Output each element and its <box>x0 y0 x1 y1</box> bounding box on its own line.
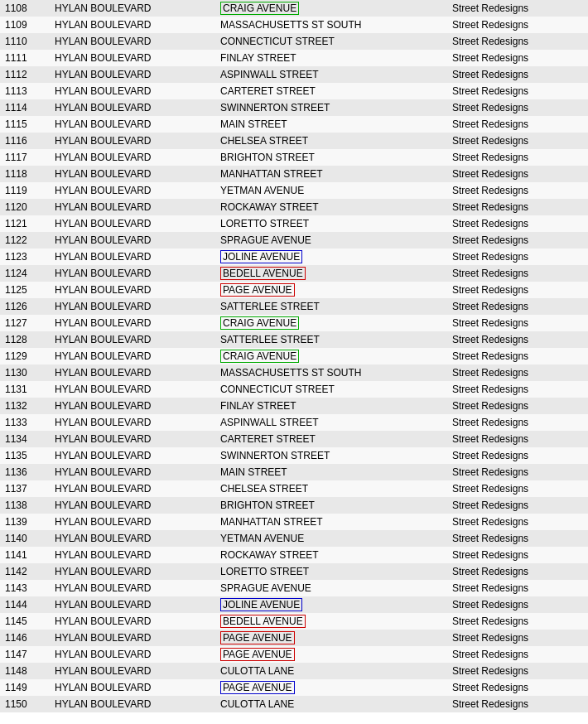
category: Street Redesigns <box>447 166 588 182</box>
cross-street: BEDELL AVENUE <box>215 613 447 630</box>
row-id: 1146 <box>0 630 50 646</box>
category: Street Redesigns <box>447 348 588 364</box>
row-id: 1118 <box>0 166 50 182</box>
cross-street: MANHATTAN STREET <box>215 166 447 182</box>
table-row: 1149HYLAN BOULEVARDPAGE AVENUEStreet Red… <box>0 679 588 696</box>
row-id: 1134 <box>0 431 50 447</box>
row-id: 1120 <box>0 199 50 215</box>
table-row: 1146HYLAN BOULEVARDPAGE AVENUEStreet Red… <box>0 630 588 646</box>
category: Street Redesigns <box>447 33 588 50</box>
cross-street: CHELSEA STREET <box>215 133 447 149</box>
street-name: HYLAN BOULEVARD <box>50 398 215 414</box>
cross-street: SPRAGUE AVENUE <box>215 232 447 249</box>
row-id: 1142 <box>0 563 50 580</box>
category: Street Redesigns <box>447 133 588 149</box>
street-name: HYLAN BOULEVARD <box>50 0 215 17</box>
street-name: HYLAN BOULEVARD <box>50 133 215 149</box>
cross-street: MASSACHUSETTS ST SOUTH <box>215 17 447 33</box>
row-id: 1148 <box>0 663 50 679</box>
table-row: 1128HYLAN BOULEVARDSATTERLEE STREETStree… <box>0 331 588 348</box>
table-row: 1130HYLAN BOULEVARDMASSACHUSETTS ST SOUT… <box>0 364 588 381</box>
row-id: 1124 <box>0 265 50 282</box>
table-row: 1131HYLAN BOULEVARDCONNECTICUT STREETStr… <box>0 381 588 398</box>
table-row: 1134HYLAN BOULEVARDCARTERET STREETStreet… <box>0 431 588 447</box>
category: Street Redesigns <box>447 298 588 315</box>
row-id: 1131 <box>0 381 50 398</box>
cross-street: YETMAN AVENUE <box>215 182 447 199</box>
cross-street: ROCKAWAY STREET <box>215 547 447 563</box>
row-id: 1129 <box>0 348 50 364</box>
street-name: HYLAN BOULEVARD <box>50 149 215 166</box>
row-id: 1110 <box>0 33 50 50</box>
street-name: HYLAN BOULEVARD <box>50 381 215 398</box>
table-row: 1141HYLAN BOULEVARDROCKAWAY STREETStreet… <box>0 547 588 563</box>
row-id: 1111 <box>0 50 50 66</box>
street-name: HYLAN BOULEVARD <box>50 497 215 514</box>
cross-street: SATTERLEE STREET <box>215 298 447 315</box>
table-row: 1125HYLAN BOULEVARDPAGE AVENUEStreet Red… <box>0 282 588 298</box>
row-id: 1138 <box>0 497 50 514</box>
row-id: 1133 <box>0 414 50 431</box>
table-row: 1144HYLAN BOULEVARDJOLINE AVENUEStreet R… <box>0 596 588 613</box>
category: Street Redesigns <box>447 596 588 613</box>
table-row: 1126HYLAN BOULEVARDSATTERLEE STREETStree… <box>0 298 588 315</box>
cross-street: CRAIG AVENUE <box>215 348 447 364</box>
street-name: HYLAN BOULEVARD <box>50 514 215 530</box>
cross-street: CRAIG AVENUE <box>215 0 447 17</box>
street-name: HYLAN BOULEVARD <box>50 50 215 66</box>
cross-street: BEDELL AVENUE <box>215 265 447 282</box>
table-row: 1137HYLAN BOULEVARDCHELSEA STREETStreet … <box>0 480 588 497</box>
row-id: 1114 <box>0 99 50 116</box>
street-name: HYLAN BOULEVARD <box>50 265 215 282</box>
cross-street: ROCKAWAY STREET <box>215 199 447 215</box>
category: Street Redesigns <box>447 414 588 431</box>
category: Street Redesigns <box>447 547 588 563</box>
category: Street Redesigns <box>447 116 588 133</box>
cross-street: CONNECTICUT STREET <box>215 381 447 398</box>
street-name: HYLAN BOULEVARD <box>50 563 215 580</box>
street-name: HYLAN BOULEVARD <box>50 364 215 381</box>
cross-street: MAIN STREET <box>215 464 447 480</box>
table-row: 1122HYLAN BOULEVARDSPRAGUE AVENUEStreet … <box>0 232 588 249</box>
table-row: 1133HYLAN BOULEVARDASPINWALL STREETStree… <box>0 414 588 431</box>
row-id: 1121 <box>0 215 50 232</box>
category: Street Redesigns <box>447 398 588 414</box>
row-id: 1115 <box>0 116 50 133</box>
street-name: HYLAN BOULEVARD <box>50 232 215 249</box>
table-row: 1120HYLAN BOULEVARDROCKAWAY STREETStreet… <box>0 199 588 215</box>
street-name: HYLAN BOULEVARD <box>50 315 215 331</box>
row-id: 1141 <box>0 547 50 563</box>
category: Street Redesigns <box>447 530 588 547</box>
street-name: HYLAN BOULEVARD <box>50 696 215 712</box>
street-name: HYLAN BOULEVARD <box>50 679 215 696</box>
cross-street: ASPINWALL STREET <box>215 66 447 83</box>
category: Street Redesigns <box>447 646 588 663</box>
cross-street: JOLINE AVENUE <box>215 596 447 613</box>
category: Street Redesigns <box>447 464 588 480</box>
street-name: HYLAN BOULEVARD <box>50 33 215 50</box>
category: Street Redesigns <box>447 265 588 282</box>
row-id: 1122 <box>0 232 50 249</box>
category: Street Redesigns <box>447 381 588 398</box>
cross-street: CULOTTA LANE <box>215 663 447 679</box>
table-row: 1138HYLAN BOULEVARDBRIGHTON STREETStreet… <box>0 497 588 514</box>
cross-street: PAGE AVENUE <box>215 630 447 646</box>
category: Street Redesigns <box>447 182 588 199</box>
street-name: HYLAN BOULEVARD <box>50 580 215 596</box>
table-row: 1109HYLAN BOULEVARDMASSACHUSETTS ST SOUT… <box>0 17 588 33</box>
table-row: 1118HYLAN BOULEVARDMANHATTAN STREETStree… <box>0 166 588 182</box>
table-row: 1117HYLAN BOULEVARDBRIGHTON STREETStreet… <box>0 149 588 166</box>
category: Street Redesigns <box>447 215 588 232</box>
category: Street Redesigns <box>447 17 588 33</box>
street-name: HYLAN BOULEVARD <box>50 431 215 447</box>
category: Street Redesigns <box>447 580 588 596</box>
cross-street: PAGE AVENUE <box>215 282 447 298</box>
cross-street: CRAIG AVENUE <box>215 315 447 331</box>
category: Street Redesigns <box>447 563 588 580</box>
cross-street: CHELSEA STREET <box>215 480 447 497</box>
cross-street: LORETTO STREET <box>215 563 447 580</box>
table-row: 1123HYLAN BOULEVARDJOLINE AVENUEStreet R… <box>0 249 588 265</box>
cross-street: LORETTO STREET <box>215 215 447 232</box>
street-name: HYLAN BOULEVARD <box>50 83 215 99</box>
category: Street Redesigns <box>447 232 588 249</box>
